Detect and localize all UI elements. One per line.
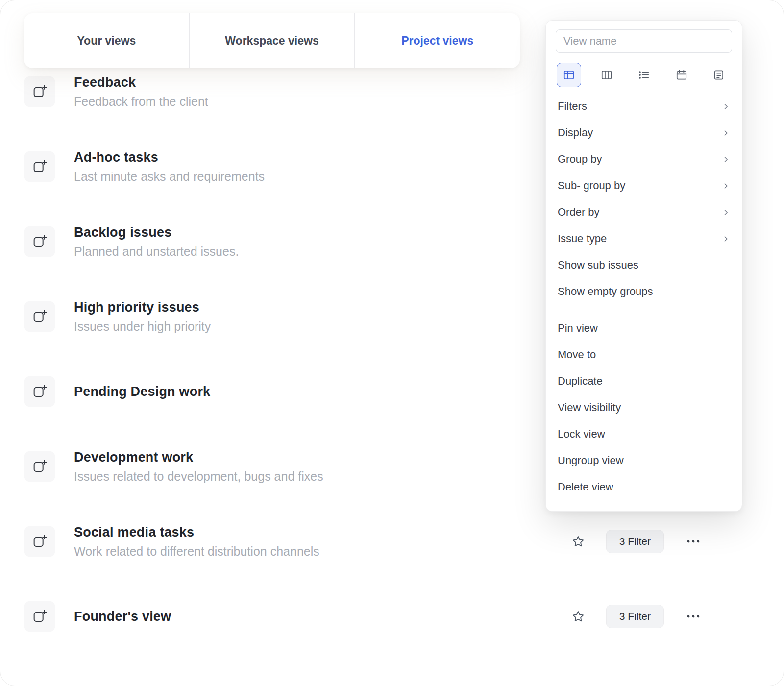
view-subtitle: Work related to different distribution c… bbox=[74, 544, 319, 559]
view-title: Feedback bbox=[74, 75, 208, 90]
menu-item-order-by[interactable]: Order by bbox=[556, 199, 732, 225]
menu-item-pin-view[interactable]: Pin view bbox=[556, 315, 732, 342]
view-icon-box bbox=[24, 301, 55, 332]
view-row-text: Social media tasks Work related to diffe… bbox=[74, 525, 319, 559]
view-icon-box bbox=[24, 526, 55, 557]
filter-count-button[interactable]: 3 Filter bbox=[606, 530, 664, 553]
menu-item-view-visibility[interactable]: View visibility bbox=[556, 394, 732, 421]
view-row-founders-view[interactable]: Founder's view 3 Filter bbox=[0, 579, 784, 654]
menu-item-show-sub-issues[interactable]: Show sub issues bbox=[556, 252, 732, 278]
view-row-social-media-tasks[interactable]: Social media tasks Work related to diffe… bbox=[0, 504, 784, 579]
layout-kanban-button[interactable] bbox=[594, 63, 619, 87]
menu-item-group-by[interactable]: Group by bbox=[556, 146, 732, 172]
view-icon-box bbox=[24, 451, 55, 482]
view-subtitle: Issues under high priority bbox=[74, 319, 211, 334]
view-square-plus-icon bbox=[32, 309, 48, 324]
menu-item-delete-view[interactable]: Delete view bbox=[556, 474, 732, 500]
menu-item-label: Show empty groups bbox=[558, 285, 653, 298]
tab-workspace-views[interactable]: Workspace views bbox=[189, 13, 355, 68]
view-title: Founder's view bbox=[74, 609, 171, 624]
chevron-right-icon bbox=[722, 129, 730, 137]
chevron-right-icon bbox=[722, 155, 730, 164]
views-tab-bar: Your views Workspace views Project views bbox=[24, 13, 520, 68]
menu-item-sub-group-by[interactable]: Sub- group by bbox=[556, 172, 732, 199]
favorite-star-icon[interactable] bbox=[571, 534, 586, 549]
view-row-text: Pending Design work bbox=[74, 384, 210, 399]
list-icon bbox=[637, 69, 650, 81]
kanban-icon bbox=[600, 69, 613, 81]
view-row-text: Ad-hoc tasks Last minute asks and requir… bbox=[74, 150, 265, 184]
view-square-plus-icon bbox=[32, 459, 48, 474]
menu-item-label: Move to bbox=[558, 348, 596, 361]
favorite-star-icon[interactable] bbox=[571, 609, 586, 624]
view-icon-box bbox=[24, 376, 55, 407]
view-row-text: Founder's view bbox=[74, 609, 171, 624]
sheet-icon bbox=[712, 69, 725, 81]
view-title: High priority issues bbox=[74, 300, 211, 315]
chevron-right-icon bbox=[722, 208, 730, 217]
view-row-text: Feedback Feedback from the client bbox=[74, 75, 208, 109]
menu-item-label: Order by bbox=[558, 206, 600, 219]
menu-item-show-empty-groups[interactable]: Show empty groups bbox=[556, 278, 732, 305]
menu-item-label: Delete view bbox=[558, 481, 613, 493]
tab-project-views[interactable]: Project views bbox=[354, 13, 520, 68]
layout-calendar-button[interactable] bbox=[669, 63, 694, 87]
menu-item-move-to[interactable]: Move to bbox=[556, 342, 732, 368]
menu-item-label: Show sub issues bbox=[558, 259, 638, 271]
menu-item-label: View visibility bbox=[558, 401, 621, 414]
view-square-plus-icon bbox=[32, 234, 48, 249]
view-icon-box bbox=[24, 151, 55, 182]
menu-item-label: Issue type bbox=[558, 232, 607, 245]
view-row-text: Backlog issues Planned and unstarted iss… bbox=[74, 225, 239, 259]
view-square-plus-icon bbox=[32, 84, 48, 99]
view-subtitle: Planned and unstarted issues. bbox=[74, 245, 239, 259]
menu-item-label: Sub- group by bbox=[558, 179, 625, 192]
view-options-menu: Filters Display Group by Sub- group by O… bbox=[545, 20, 742, 512]
menu-item-issue-type[interactable]: Issue type bbox=[556, 225, 732, 252]
view-square-plus-icon bbox=[32, 384, 48, 399]
layout-switcher bbox=[557, 63, 731, 87]
menu-item-label: Ungroup view bbox=[558, 454, 624, 467]
menu-item-duplicate[interactable]: Duplicate bbox=[556, 368, 732, 394]
view-row-text: Development work Issues related to devel… bbox=[74, 450, 323, 484]
menu-item-label: Filters bbox=[558, 100, 587, 113]
view-icon-box bbox=[24, 601, 55, 632]
view-icon-box bbox=[24, 76, 55, 107]
tab-your-views[interactable]: Your views bbox=[24, 13, 189, 68]
menu-item-filters[interactable]: Filters bbox=[556, 93, 732, 120]
menu-item-label: Pin view bbox=[558, 322, 598, 335]
view-square-plus-icon bbox=[32, 159, 48, 174]
chevron-right-icon bbox=[722, 182, 730, 190]
chevron-right-icon bbox=[722, 235, 730, 243]
layout-list-button[interactable] bbox=[632, 63, 656, 87]
view-title: Pending Design work bbox=[74, 384, 210, 399]
filter-count-button[interactable]: 3 Filter bbox=[606, 605, 664, 628]
menu-item-label: Duplicate bbox=[558, 375, 603, 388]
menu-item-label: Lock view bbox=[558, 428, 605, 441]
layout-table-button[interactable] bbox=[557, 63, 581, 87]
menu-item-label: Display bbox=[558, 126, 593, 139]
view-row-text: High priority issues Issues under high p… bbox=[74, 300, 211, 334]
view-row-controls: 3 Filter bbox=[571, 530, 702, 553]
views-page: Your views Workspace views Project views… bbox=[0, 0, 784, 686]
view-icon-box bbox=[24, 226, 55, 257]
chevron-right-icon bbox=[722, 102, 730, 111]
menu-item-ungroup-view[interactable]: Ungroup view bbox=[556, 447, 732, 474]
menu-item-lock-view[interactable]: Lock view bbox=[556, 421, 732, 447]
menu-item-display[interactable]: Display bbox=[556, 120, 732, 146]
view-subtitle: Last minute asks and requirements bbox=[74, 170, 265, 184]
more-options-icon[interactable] bbox=[685, 533, 702, 550]
view-title: Social media tasks bbox=[74, 525, 319, 540]
calendar-icon bbox=[675, 69, 688, 81]
menu-divider bbox=[556, 310, 732, 310]
view-square-plus-icon bbox=[32, 609, 48, 624]
view-square-plus-icon bbox=[32, 534, 48, 549]
view-title: Development work bbox=[74, 450, 323, 465]
menu-item-label: Group by bbox=[558, 153, 602, 166]
more-options-icon[interactable] bbox=[685, 608, 702, 625]
view-row-controls: 3 Filter bbox=[571, 605, 702, 628]
view-name-input[interactable] bbox=[556, 29, 732, 53]
view-subtitle: Feedback from the client bbox=[74, 95, 208, 109]
table-icon bbox=[563, 69, 575, 81]
layout-sheet-button[interactable] bbox=[707, 63, 731, 87]
